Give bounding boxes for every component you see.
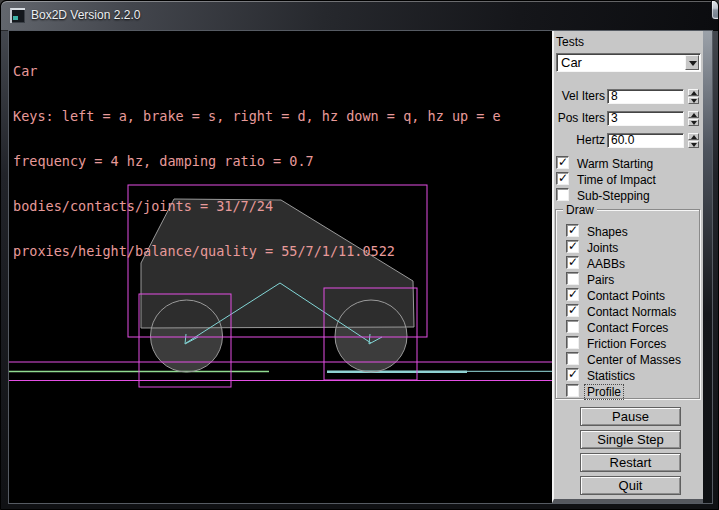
- checkmark-icon: ✓: [558, 157, 568, 168]
- stats-line-bodies: bodies/contacts/joints = 31/7/24: [13, 199, 501, 214]
- checkmark-icon: ✓: [568, 225, 578, 236]
- vel-iters-label: Vel Iters: [554, 89, 605, 104]
- window-frame-left: [1, 31, 9, 510]
- draw-group-label: Draw: [563, 203, 597, 217]
- client-area: Car Keys: left = a, brake = s, right = d…: [9, 31, 712, 503]
- joints-checkbox[interactable]: ✓: [566, 240, 579, 253]
- tests-dropdown[interactable]: Car: [556, 53, 701, 72]
- sub-stepping-label: Sub-Stepping: [574, 188, 653, 204]
- center-of-masses-checkbox[interactable]: [566, 352, 579, 365]
- window-frame-right: [712, 31, 719, 510]
- hertz-input[interactable]: 60.0: [607, 133, 684, 148]
- panel-right-edge: [703, 31, 712, 503]
- sub-stepping-checkbox[interactable]: [556, 188, 569, 201]
- vel-iters-spin-down-button[interactable]: [688, 97, 699, 104]
- single-step-button[interactable]: Single Step: [580, 430, 681, 449]
- spin-up-icon: [691, 135, 697, 139]
- app-icon: [10, 8, 25, 23]
- contact-points-label: Contact Points: [584, 288, 668, 304]
- control-panel: Tests Car Vel Iters 8 Pos Iters 3: [552, 31, 703, 503]
- stats-line-frequency: frequency = 4 hz, damping ratio = 0.7: [13, 154, 501, 169]
- checkmark-icon: ✓: [568, 241, 578, 252]
- contact-forces-label: Contact Forces: [584, 320, 671, 336]
- vel-iters-row: Vel Iters 8: [554, 89, 701, 104]
- stats-line-keys: Keys: left = a, brake = s, right = d, hz…: [13, 109, 501, 124]
- pairs-label: Pairs: [584, 272, 617, 288]
- hertz-spin-down-button[interactable]: [688, 141, 699, 148]
- hertz-spinner: [688, 133, 699, 148]
- friction-forces-label: Friction Forces: [584, 336, 669, 352]
- checkmark-icon: ✓: [568, 305, 578, 316]
- pos-iters-label: Pos Iters: [554, 111, 605, 126]
- dropdown-arrow-icon: [689, 61, 697, 66]
- hertz-value: 60.0: [611, 134, 634, 147]
- profile-checkbox[interactable]: [566, 384, 579, 397]
- pos-iters-spinner: [688, 111, 699, 126]
- checkmark-icon: ✓: [568, 257, 578, 268]
- center-of-masses-label: Center of Masses: [584, 352, 684, 368]
- spin-down-icon: [691, 121, 697, 125]
- aabbs-checkbox[interactable]: ✓: [566, 256, 579, 269]
- time-of-impact-label: Time of Impact: [574, 172, 659, 188]
- stats-overlay: Car Keys: left = a, brake = s, right = d…: [13, 34, 501, 289]
- pos-iters-spin-up-button[interactable]: [688, 111, 699, 118]
- friction-forces-checkbox[interactable]: [566, 336, 579, 349]
- vel-iters-input[interactable]: 8: [607, 89, 684, 104]
- statistics-label: Statistics: [584, 368, 638, 384]
- spin-up-icon: [691, 113, 697, 117]
- app-icon-glass: [13, 16, 18, 20]
- title-bar[interactable]: Box2D Version 2.2.0 ✕: [1, 1, 719, 31]
- pos-iters-value: 3: [611, 112, 618, 125]
- warm-starting-label: Warm Starting: [574, 156, 656, 172]
- tests-label: Tests: [556, 35, 584, 49]
- pairs-checkbox[interactable]: [566, 272, 579, 285]
- stats-line-test-name: Car: [13, 64, 501, 79]
- shapes-checkbox[interactable]: ✓: [566, 224, 579, 237]
- contact-normals-checkbox[interactable]: ✓: [566, 304, 579, 317]
- simulation-canvas[interactable]: Car Keys: left = a, brake = s, right = d…: [9, 31, 552, 503]
- spin-down-icon: [691, 143, 697, 147]
- joints-label: Joints: [584, 240, 621, 256]
- tests-dropdown-value: Car: [561, 55, 582, 71]
- app-window: Box2D Version 2.2.0 ✕: [0, 0, 719, 510]
- aabbs-label: AABBs: [584, 256, 628, 272]
- statistics-checkbox[interactable]: ✓: [566, 368, 579, 381]
- checkmark-icon: ✓: [568, 289, 578, 300]
- hertz-row: Hertz 60.0: [554, 133, 701, 148]
- restart-button[interactable]: Restart: [580, 453, 681, 472]
- stats-line-proxies: proxies/height/balance/quality = 55/7/1/…: [13, 244, 501, 259]
- quit-button[interactable]: Quit: [580, 476, 681, 495]
- spin-down-icon: [691, 99, 697, 103]
- contact-points-checkbox[interactable]: ✓: [566, 288, 579, 301]
- hertz-label: Hertz: [554, 133, 605, 148]
- vel-iters-spin-up-button[interactable]: [688, 89, 699, 96]
- checkmark-icon: ✓: [558, 173, 568, 184]
- pos-iters-spin-down-button[interactable]: [688, 119, 699, 126]
- warm-starting-checkbox[interactable]: ✓: [556, 156, 569, 169]
- draw-group: Draw ✓ Shapes ✓ Joints ✓ AABBs Pairs: [555, 209, 700, 399]
- hertz-spin-up-button[interactable]: [688, 133, 699, 140]
- contact-normals-label: Contact Normals: [584, 304, 679, 320]
- contact-forces-checkbox[interactable]: [566, 320, 579, 333]
- pos-iters-row: Pos Iters 3: [554, 111, 701, 126]
- pause-button[interactable]: Pause: [580, 407, 681, 426]
- spin-up-icon: [691, 91, 697, 95]
- shapes-label: Shapes: [584, 224, 631, 240]
- vel-iters-spinner: [688, 89, 699, 104]
- checkmark-icon: ✓: [568, 369, 578, 380]
- profile-label: Profile: [584, 384, 624, 400]
- window-frame-bottom: [1, 503, 719, 510]
- minimize-button[interactable]: [711, 1, 719, 20]
- tests-dropdown-arrow-button[interactable]: [685, 55, 699, 70]
- window-title: Box2D Version 2.2.0: [31, 1, 140, 29]
- vel-iters-value: 8: [611, 90, 618, 103]
- time-of-impact-checkbox[interactable]: ✓: [556, 172, 569, 185]
- pos-iters-input[interactable]: 3: [607, 111, 684, 126]
